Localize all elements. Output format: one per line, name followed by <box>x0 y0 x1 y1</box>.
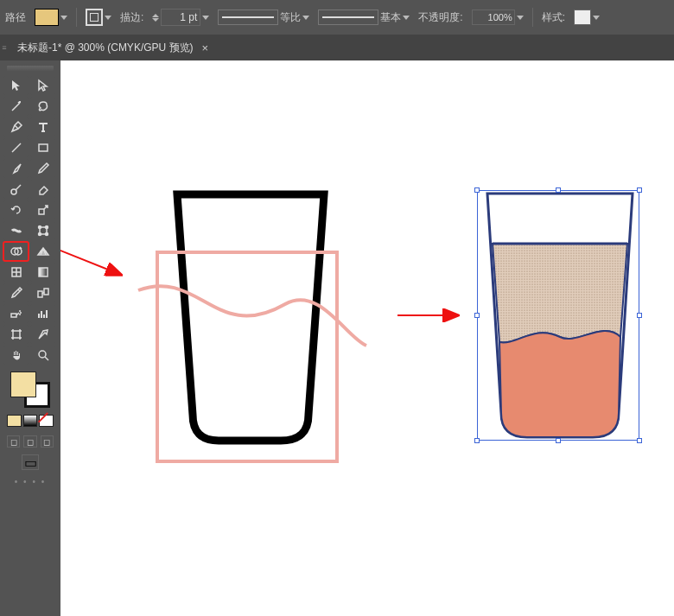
blob-brush-tool[interactable] <box>3 180 29 199</box>
svg-point-16 <box>39 351 46 358</box>
panel-options-icon[interactable]: • • • • <box>3 477 57 486</box>
scale-tool[interactable] <box>30 200 55 219</box>
stroke-swatch-group[interactable] <box>86 9 111 26</box>
separator <box>532 8 533 27</box>
fill-swatch-group[interactable] <box>35 9 67 26</box>
chevron-down-icon[interactable] <box>403 16 410 20</box>
chevron-down-icon[interactable] <box>60 16 67 20</box>
opacity-input-group[interactable]: 100% <box>472 10 524 25</box>
chevron-down-icon[interactable] <box>302 16 309 20</box>
app-body: ◻ ◻ ◻ ▭ • • • • <box>0 60 674 616</box>
hand-tool[interactable] <box>3 346 29 365</box>
opacity-label: 不透明度: <box>418 10 462 25</box>
svg-point-7 <box>45 233 48 236</box>
rotate-tool[interactable] <box>3 200 29 219</box>
gradient-tool[interactable] <box>30 263 55 282</box>
column-graph-tool[interactable] <box>30 304 55 323</box>
stroke-width-label: 描边: <box>120 10 143 25</box>
scale-label: 等比 <box>280 10 301 25</box>
magic-wand-tool[interactable] <box>3 97 29 116</box>
draw-mode-row: ◻ ◻ ◻ <box>7 435 54 448</box>
perspective-grid-tool[interactable] <box>30 242 55 261</box>
fill-color-swatch[interactable] <box>35 9 59 26</box>
screen-mode-button[interactable]: ▭ <box>22 454 39 470</box>
rectangle-tool[interactable] <box>30 138 55 157</box>
color-mode-solid[interactable] <box>7 415 22 427</box>
handle-bottom-right[interactable] <box>637 438 642 443</box>
type-tool[interactable] <box>30 117 55 137</box>
zoom-tool[interactable] <box>30 346 55 365</box>
lasso-tool[interactable] <box>30 97 55 116</box>
graphic-style-group[interactable] <box>574 10 600 25</box>
tools-panel: ◻ ◻ ◻ ▭ • • • • <box>0 60 60 616</box>
eyedropper-tool[interactable] <box>3 283 29 302</box>
svg-rect-13 <box>44 289 48 295</box>
color-mode-none[interactable] <box>39 415 54 427</box>
shape-builder-tool[interactable] <box>3 242 29 261</box>
eraser-tool[interactable] <box>30 180 55 199</box>
line-segment-tool[interactable] <box>3 138 29 157</box>
opacity-input[interactable]: 100% <box>472 10 515 25</box>
stroke-color-swatch[interactable] <box>86 9 103 26</box>
svg-point-5 <box>45 226 48 229</box>
chevron-down-icon[interactable] <box>593 16 600 20</box>
draw-normal-icon[interactable]: ◻ <box>7 435 20 448</box>
chevron-down-icon[interactable] <box>105 16 111 20</box>
handle-bottom-left[interactable] <box>474 438 480 443</box>
svg-rect-11 <box>39 268 48 276</box>
document-title: 未标题-1* @ 300% (CMYK/GPU 预览) <box>17 41 194 55</box>
blend-tool[interactable] <box>30 283 55 302</box>
handle-bottom-mid[interactable] <box>556 438 561 443</box>
handle-top-right[interactable] <box>637 187 642 193</box>
draw-inside-icon[interactable]: ◻ <box>41 435 54 448</box>
canvas[interactable] <box>60 60 674 616</box>
pencil-tool[interactable] <box>30 159 55 178</box>
svg-rect-12 <box>38 291 42 297</box>
fill-color[interactable] <box>10 372 36 397</box>
fill-stroke-color-block[interactable] <box>10 372 50 408</box>
draw-behind-icon[interactable]: ◻ <box>23 435 36 448</box>
handle-top-mid[interactable] <box>556 187 561 193</box>
svg-rect-15 <box>13 331 20 338</box>
svg-rect-14 <box>11 314 16 317</box>
svg-rect-2 <box>39 209 44 214</box>
stroke-width-input[interactable]: 1 pt <box>161 9 200 26</box>
color-mode-gradient[interactable] <box>23 415 38 427</box>
document-tab-bar: ≡ 未标题-1* @ 300% (CMYK/GPU 预览) × <box>0 35 674 60</box>
separator <box>76 8 77 27</box>
screen-mode-row: ▭ <box>3 454 57 470</box>
svg-point-4 <box>38 226 41 229</box>
pen-tool[interactable] <box>3 117 29 137</box>
options-bar: 路径 描边: 1 pt 等比 基本 不透明度: 100% 样式: <box>0 0 674 35</box>
brush-basic-label: 基本 <box>380 10 401 25</box>
variable-width-profile[interactable]: 等比 <box>218 10 309 25</box>
selection-tool[interactable] <box>3 76 29 95</box>
document-tab[interactable]: 未标题-1* @ 300% (CMYK/GPU 预览) × <box>9 35 217 60</box>
context-label: 路径 <box>5 10 26 25</box>
graphic-style-swatch[interactable] <box>574 10 591 25</box>
panel-grip-icon[interactable] <box>7 66 54 71</box>
svg-point-6 <box>38 233 41 236</box>
panel-handle-icon[interactable]: ≡ <box>0 35 9 60</box>
chevron-down-icon[interactable] <box>517 16 524 20</box>
chevron-down-icon[interactable] <box>202 16 209 20</box>
artboard-tool[interactable] <box>3 325 29 344</box>
color-mode-row <box>7 415 54 427</box>
paintbrush-tool[interactable] <box>3 159 29 178</box>
brush-definition[interactable]: 基本 <box>318 10 410 25</box>
style-label: 样式: <box>542 10 565 25</box>
selection-bounding-box[interactable] <box>477 190 639 441</box>
handle-top-left[interactable] <box>474 187 480 193</box>
width-tool[interactable] <box>3 221 29 240</box>
stroke-width-stepper[interactable]: 1 pt <box>152 9 209 26</box>
direct-selection-tool[interactable] <box>30 76 55 95</box>
svg-rect-0 <box>39 144 48 151</box>
handle-mid-left[interactable] <box>474 313 480 318</box>
slice-tool[interactable] <box>30 325 55 344</box>
handle-mid-right[interactable] <box>637 313 642 318</box>
free-transform-tool[interactable] <box>30 221 55 240</box>
symbol-sprayer-tool[interactable] <box>3 304 29 323</box>
mesh-tool[interactable] <box>3 263 29 282</box>
close-icon[interactable]: × <box>202 41 209 54</box>
